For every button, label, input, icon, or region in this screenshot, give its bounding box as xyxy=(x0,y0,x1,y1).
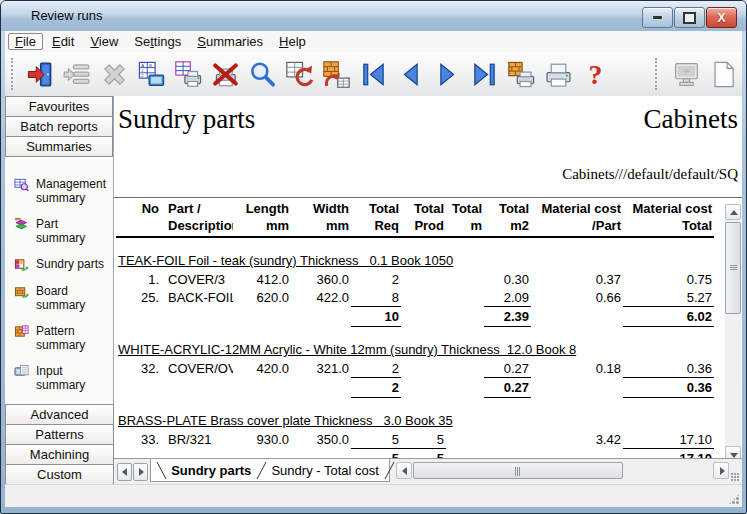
sidebar-button-advanced[interactable]: Advanced xyxy=(5,405,114,425)
table-header-row: NoPart / LengthWidth TotalTotal TotalTot… xyxy=(116,198,714,217)
material-group-header: BRASS-PLATE Brass cover plate Thickness … xyxy=(116,398,714,431)
menubar: File Edit View Settings Summaries Help xyxy=(5,31,742,53)
delete-button xyxy=(96,55,133,93)
horizontal-scroll-thumb[interactable] xyxy=(413,462,623,479)
part-summary-icon xyxy=(14,217,29,232)
tab-sundry-total-cost[interactable]: Sundry - Total cost xyxy=(261,463,388,478)
arrow-right-icon xyxy=(720,467,725,475)
menu-edit[interactable]: Edit xyxy=(45,33,81,50)
scroll-up-button[interactable] xyxy=(725,204,741,220)
menu-file[interactable]: File xyxy=(8,33,43,50)
table-header-row: Description mmmm ReqProd mm2 /PartTotal xyxy=(116,217,714,237)
exit-button[interactable] xyxy=(22,55,59,93)
toolbar-grip[interactable] xyxy=(11,58,18,90)
vertical-scroll-thumb[interactable] xyxy=(725,222,741,314)
resize-grip[interactable] xyxy=(731,473,739,481)
menu-summaries[interactable]: Summaries xyxy=(190,33,270,50)
sidebar-item-label: Input summary xyxy=(36,364,110,392)
sidebar-item-board-summary[interactable]: Board summary xyxy=(5,278,113,318)
sidebar-item-label: Sundry parts xyxy=(36,257,110,271)
sidebar-button-patterns[interactable]: Patterns xyxy=(5,425,114,445)
menu-settings[interactable]: Settings xyxy=(127,33,188,50)
sidebar-item-pattern-summary[interactable]: Pattern summary xyxy=(5,318,113,358)
thumb-grip-icon xyxy=(515,467,516,476)
sidebar-button-machining[interactable]: Machining xyxy=(5,445,114,465)
first-run-icon xyxy=(359,60,388,89)
client-area: File Edit View Settings Summaries Help A… xyxy=(5,31,742,507)
zoom-button[interactable] xyxy=(244,55,281,93)
report-tabs: Sundry parts Sundry - Total cost xyxy=(150,459,390,482)
recalculate-patterns-button[interactable] xyxy=(318,55,355,93)
table-row: 25.BACK-FOIL 620.0422.0 8 2.09 0.665.27 xyxy=(116,288,714,307)
run-path: Cabinets///default/default/SQ xyxy=(562,166,738,183)
tab-scroll-right-button[interactable] xyxy=(133,463,148,481)
new-report-button[interactable] xyxy=(705,55,742,93)
menu-help[interactable]: Help xyxy=(272,33,313,50)
cancel-print-button[interactable] xyxy=(207,55,244,93)
material-group-header: TEAK-FOIL Foil - teak (sundry) Thickness… xyxy=(116,237,714,270)
sidebar-button-favourites[interactable]: Favourites xyxy=(5,97,113,117)
scroll-right-button[interactable] xyxy=(713,462,729,479)
thumb-grip-icon xyxy=(730,265,737,266)
sidebar-item-sundry-parts[interactable]: Sundry parts xyxy=(5,251,113,278)
zoom-icon xyxy=(248,60,277,89)
sidebar-item-label: Part summary xyxy=(36,217,110,245)
sidebar-button-batch-reports[interactable]: Batch reports xyxy=(5,117,113,137)
delete-icon xyxy=(100,60,129,89)
tab-sundry-parts[interactable]: Sundry parts xyxy=(161,463,261,478)
sidebar-item-label: Pattern summary xyxy=(36,324,110,352)
app-window: Review runs X File Edit View Settings Su… xyxy=(0,0,747,514)
first-run-button[interactable] xyxy=(355,55,392,93)
sundry-parts-table: NoPart / LengthWidth TotalTotal TotalTot… xyxy=(116,198,714,469)
close-button[interactable]: X xyxy=(706,7,737,28)
maximize-button[interactable] xyxy=(674,7,705,28)
tab-scroll-left-button[interactable] xyxy=(117,463,132,481)
export-list-button xyxy=(59,55,96,93)
print-button[interactable] xyxy=(540,55,577,93)
sidebar-item-input-summary[interactable]: Input summary xyxy=(5,358,113,398)
table-row: 33.BR/321 930.0350.0 55 3.4217.10 xyxy=(116,430,714,449)
sundry-parts-icon xyxy=(14,257,29,272)
table-row: 32.COVER/OV 420.0321.0 2 0.27 0.180.36 xyxy=(116,359,714,378)
sidebar-button-summaries[interactable]: Summaries xyxy=(5,137,113,157)
refresh-summary-button[interactable] xyxy=(281,55,318,93)
send-to-machine-icon xyxy=(672,60,701,89)
resize-grip[interactable] xyxy=(728,493,740,505)
statusbar xyxy=(5,484,742,507)
sidebar-item-label: Board summary xyxy=(36,284,110,312)
print-patterns-icon xyxy=(507,60,536,89)
report-area: Sundry parts Cabinets Cabinets///default… xyxy=(114,96,742,485)
print-patterns-button[interactable] xyxy=(503,55,540,93)
last-run-icon xyxy=(470,60,499,89)
last-run-button[interactable] xyxy=(466,55,503,93)
sidebar: Favourites Batch reports Summaries Manag… xyxy=(5,96,114,485)
help-button[interactable]: ? xyxy=(577,55,614,93)
print-summary-icon xyxy=(174,60,203,89)
sidebar-item-part-summary[interactable]: Part summary xyxy=(5,211,113,251)
close-icon: X xyxy=(717,12,725,24)
minimize-button[interactable] xyxy=(642,7,673,28)
vertical-scrollbar[interactable] xyxy=(725,204,741,462)
menu-view[interactable]: View xyxy=(83,33,125,50)
view-summary-button[interactable]: AB12 xyxy=(133,55,170,93)
arrow-left-icon xyxy=(402,467,407,475)
scroll-left-button[interactable] xyxy=(396,462,412,479)
table-row: 1.COVER/3 412.0360.0 2 0.30 0.370.75 xyxy=(116,270,714,288)
sidebar-item-label: Management summary xyxy=(36,177,110,205)
management-summary-icon xyxy=(14,177,29,192)
pattern-summary-icon xyxy=(14,324,29,339)
arrow-up-icon xyxy=(730,210,738,215)
previous-run-button[interactable] xyxy=(392,55,429,93)
window-title: Review runs xyxy=(31,8,103,23)
print-icon xyxy=(544,60,573,89)
tab-strip: Sundry parts Sundry - Total cost xyxy=(114,458,742,485)
sidebar-button-custom[interactable]: Custom xyxy=(5,465,114,485)
next-run-button[interactable] xyxy=(429,55,466,93)
horizontal-scrollbar[interactable] xyxy=(396,462,729,479)
sidebar-item-management-summary[interactable]: Management summary xyxy=(5,171,113,211)
view-summary-icon: AB12 xyxy=(137,60,166,89)
run-name: Cabinets xyxy=(644,104,739,135)
print-summary-button[interactable] xyxy=(170,55,207,93)
arrow-right-icon xyxy=(139,468,144,476)
help-icon: ? xyxy=(581,60,610,89)
